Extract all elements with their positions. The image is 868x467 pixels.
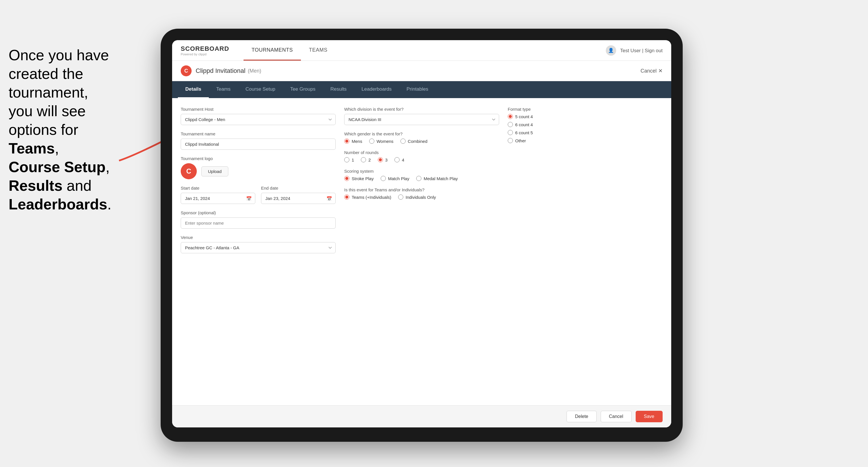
cancel-button[interactable]: Cancel [601,411,632,422]
tab-teams[interactable]: Teams [209,81,238,98]
format-5count4[interactable]: 5 count 4 [508,114,662,119]
logo-sub: Powered by clippd [181,53,229,56]
sponsor-label: Sponsor (optional) [181,210,336,215]
nav-tournaments[interactable]: TOURNAMENTS [244,40,301,61]
rounds-4[interactable]: 4 [395,157,404,162]
format-type-group: Format type 5 count 4 6 count 4 [508,107,662,143]
user-avatar: 👤 [606,45,616,56]
course-setup-bold: Course Setup [9,159,105,175]
rounds-group: Number of rounds 1 2 [344,150,499,162]
venue-select[interactable]: Peachtree GC - Atlanta - GA [181,242,336,253]
form-grid: Tournament Host Clippd College - Men Tou… [181,107,662,253]
end-date-input[interactable] [261,193,336,204]
teams-individuals-group: Is this event for Teams and/or Individua… [344,187,499,200]
form-col-3: Format type 5 count 4 6 count 4 [508,107,662,253]
division-group: Which division is the event for? NCAA Di… [344,107,499,125]
form-col-1: Tournament Host Clippd College - Men Tou… [181,107,336,253]
tournament-name-input[interactable] [181,138,336,150]
results-bold: Results [9,177,63,194]
instruction-line8: Results and [9,177,132,195]
gender-label: Which gender is the event for? [344,131,499,136]
instruction-line3: tournament, [9,83,132,102]
main-content: Tournament Host Clippd College - Men Tou… [172,98,671,405]
scoring-medal[interactable]: Medal Match Play [416,176,458,181]
gender-mens[interactable]: Mens [344,138,362,144]
teams-individuals-label: Is this event for Teams and/or Individua… [344,187,499,192]
tournament-name-label: Tournament name [181,131,336,136]
end-date-wrapper: 📅 [261,193,336,204]
format-6count4[interactable]: 6 count 4 [508,122,662,127]
calendar-icon: 📅 [246,196,252,201]
sponsor-input[interactable] [181,217,336,229]
date-row: Start date 📅 End date 📅 [181,186,336,204]
sponsor-group: Sponsor (optional) [181,210,336,229]
tab-leaderboards[interactable]: Leaderboards [354,81,399,98]
tournament-tag: (Men) [248,68,261,74]
venue-label: Venue [181,235,336,240]
nav-teams[interactable]: TEAMS [301,40,336,61]
instruction-line9: Leaderboards. [9,195,132,214]
scoring-match[interactable]: Match Play [381,176,409,181]
tab-bar: Details Teams Course Setup Tee Groups Re… [172,81,671,98]
cancel-icon: ✕ [658,68,662,74]
tournament-host-select[interactable]: Clippd College - Men [181,114,336,125]
tournament-name-group: Tournament name [181,131,336,150]
venue-group: Venue Peachtree GC - Atlanta - GA [181,235,336,253]
user-info[interactable]: 👤 Test User | Sign out [606,45,662,56]
leaderboards-bold: Leaderboards [9,196,107,213]
tab-course-setup[interactable]: Course Setup [238,81,283,98]
end-date-label: End date [261,186,336,190]
bottom-bar: Delete Cancel Save [172,405,671,428]
end-date-group: End date 📅 [261,186,336,204]
teams-options: Teams (+Individuals) Individuals Only [344,194,499,200]
calendar-icon-end: 📅 [327,196,332,201]
logo-area: SCOREBOARD Powered by clippd [181,45,229,56]
scoring-label: Scoring system [344,169,499,174]
tournament-logo-label: Tournament logo [181,156,336,161]
tournament-host-group: Tournament Host Clippd College - Men [181,107,336,125]
nav-links: TOURNAMENTS TEAMS [244,40,336,61]
tournament-host-label: Tournament Host [181,107,336,112]
upload-button[interactable]: Upload [202,166,228,177]
gender-options: Mens Womens Combined [344,138,499,144]
scoring-options: Stroke Play Match Play Medal Match Play [344,176,499,181]
rounds-2[interactable]: 2 [361,157,371,162]
rounds-label: Number of rounds [344,150,499,155]
gender-womens[interactable]: Womens [369,138,394,144]
division-select[interactable]: NCAA Division III [344,114,499,125]
scoring-stroke[interactable]: Stroke Play [344,176,374,181]
start-date-input[interactable] [181,193,255,204]
logo-circle: C [181,163,197,179]
tournament-header: C Clippd Invitational (Men) Cancel ✕ [172,61,671,81]
rounds-1[interactable]: 1 [344,157,354,162]
format-other[interactable]: Other [508,138,662,143]
start-date-group: Start date 📅 [181,186,255,204]
tournament-logo-group: Tournament logo C Upload [181,156,336,179]
instruction-line2: created the [9,65,132,83]
instruction-line1: Once you have [9,46,132,65]
delete-button[interactable]: Delete [566,411,596,422]
logo-title: SCOREBOARD [181,45,229,53]
tab-tee-groups[interactable]: Tee Groups [283,81,323,98]
division-label: Which division is the event for? [344,107,499,112]
scoring-group: Scoring system Stroke Play Match Play [344,169,499,181]
teams-plus-individuals[interactable]: Teams (+Individuals) [344,194,391,200]
tab-printables[interactable]: Printables [399,81,436,98]
cancel-header-button[interactable]: Cancel ✕ [641,68,662,74]
rounds-3[interactable]: 3 [378,157,388,162]
tab-details[interactable]: Details [178,81,209,98]
teams-bold: Teams [9,140,55,157]
tab-results[interactable]: Results [323,81,354,98]
save-button[interactable]: Save [636,411,662,422]
gender-combined[interactable]: Combined [400,138,427,144]
user-text: Test User | Sign out [620,48,662,53]
cancel-label: Cancel [641,68,657,74]
format-options: 5 count 4 6 count 4 6 count 5 [508,114,662,143]
rounds-options: 1 2 3 4 [344,157,499,162]
individuals-only[interactable]: Individuals Only [398,194,436,200]
form-col-2: Which division is the event for? NCAA Di… [344,107,499,253]
start-date-label: Start date [181,186,255,190]
format-type-label: Format type [508,107,662,112]
top-nav: SCOREBOARD Powered by clippd TOURNAMENTS… [172,40,671,61]
format-6count5[interactable]: 6 count 5 [508,130,662,135]
